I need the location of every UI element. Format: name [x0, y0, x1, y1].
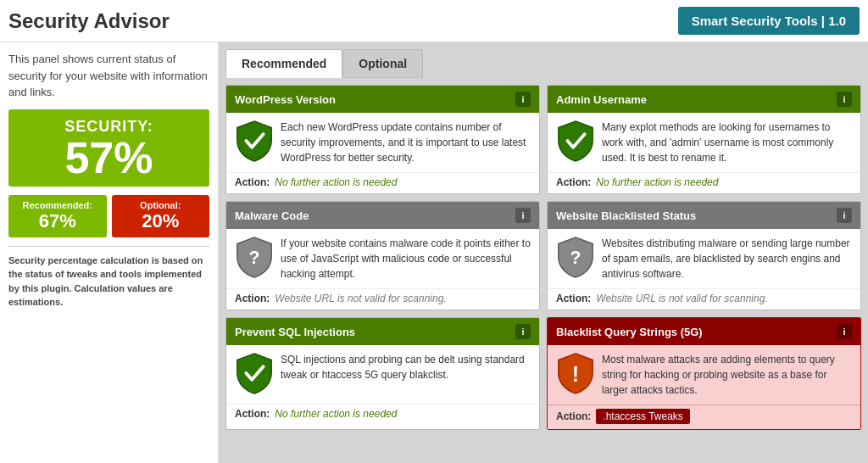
card-body-admin-username: Many explot methods are looking for user… — [548, 113, 860, 172]
security-sub-scores: Recommended: 67% Optional: 20% — [8, 195, 209, 237]
action-label-0: Action: — [235, 176, 270, 188]
smart-security-button[interactable]: Smart Security Tools | 1.0 — [678, 7, 860, 35]
card-body-website-blacklisted: ? Websites distributing malware or sendi… — [548, 229, 860, 288]
action-label-4: Action: — [235, 408, 270, 420]
optional-value: 20% — [115, 210, 207, 232]
action-label-3: Action: — [556, 293, 591, 304]
page-title: Security Advisor — [8, 9, 170, 33]
card-header-wordpress-version: WordPress Version i — [226, 86, 539, 113]
action-value-1: No further action is needed — [596, 176, 718, 188]
card-footer-prevent-sql: Action: No further action is needed — [226, 404, 539, 425]
card-malware-code: Malware Code i ? If your website contain… — [225, 201, 540, 310]
card-header-website-blacklisted: Website Blacklisted Status i — [548, 202, 860, 229]
card-text-website-blacklisted: Websites distributing malware or sending… — [602, 236, 852, 282]
info-icon-malware-code[interactable]: i — [515, 208, 531, 223]
info-icon-wordpress-version[interactable]: i — [515, 92, 531, 107]
card-body-wordpress-version: Each new WordPress update contains numbe… — [226, 113, 539, 172]
tab-recommended[interactable]: Recommended — [225, 49, 342, 78]
card-admin-username: Admin Username i Many explot methods are… — [547, 85, 861, 194]
card-footer-malware-code: Action: Website URL is not valid for sca… — [226, 288, 539, 310]
card-title-prevent-sql: Prevent SQL Injections — [235, 326, 355, 338]
shield-icon-website-blacklisted: ? — [556, 236, 595, 282]
action-value-3: Website URL is not valid for scanning. — [596, 293, 767, 304]
info-icon-blacklist-query[interactable]: i — [837, 324, 852, 339]
svg-text:?: ? — [249, 248, 260, 267]
security-percent: 57% — [15, 136, 203, 180]
recommended-label: Recommended: — [12, 200, 103, 210]
card-blacklist-query: Blacklist Query Strings (5G) i ! Most ma… — [547, 317, 861, 430]
card-footer-website-blacklisted: Action: Website URL is not valid for sca… — [548, 288, 860, 310]
card-body-prevent-sql: SQL injections and probing can be delt u… — [226, 345, 539, 404]
card-footer-admin-username: Action: No further action is needed — [548, 172, 860, 193]
card-header-malware-code: Malware Code i — [226, 202, 539, 229]
shield-icon-admin-username — [556, 120, 595, 165]
card-text-wordpress-version: Each new WordPress update contains numbe… — [281, 120, 531, 165]
card-header-admin-username: Admin Username i — [548, 86, 860, 113]
main-content: Recommended Optional WordPress Version i — [219, 42, 868, 463]
action-value-2: Website URL is not valid for scanning. — [275, 293, 446, 304]
card-title-wordpress-version: WordPress Version — [235, 93, 336, 106]
card-footer-wordpress-version: Action: No further action is needed — [226, 172, 539, 193]
info-icon-website-blacklisted[interactable]: i — [837, 208, 852, 223]
card-header-prevent-sql: Prevent SQL Injections i — [226, 318, 539, 345]
card-footer-blacklist-query: Action: .htaccess Tweaks — [548, 404, 860, 429]
recommended-value: 67% — [12, 210, 103, 232]
action-label-2: Action: — [235, 293, 270, 304]
sidebar-description: This panel shows current status of secur… — [8, 51, 209, 101]
optional-score: Optional: 20% — [112, 195, 210, 237]
card-title-admin-username: Admin Username — [556, 93, 647, 106]
shield-icon-prevent-sql — [235, 352, 274, 397]
card-body-blacklist-query: ! Most malware attacks are adding elemen… — [548, 345, 860, 404]
action-value-0: No further action is needed — [275, 176, 397, 188]
cards-grid: WordPress Version i Each new WordPress u… — [225, 85, 861, 430]
info-icon-prevent-sql[interactable]: i — [515, 324, 531, 339]
action-label-5: Action: — [556, 410, 591, 422]
card-text-blacklist-query: Most malware attacks are adding elements… — [602, 352, 852, 398]
card-text-prevent-sql: SQL injections and probing can be delt u… — [281, 352, 531, 397]
card-website-blacklisted: Website Blacklisted Status i ? Websites … — [547, 201, 861, 310]
svg-text:?: ? — [570, 248, 581, 267]
recommended-score: Recommended: 67% — [8, 195, 107, 237]
shield-icon-wordpress-version — [235, 120, 274, 165]
action-value-4: No further action is needed — [275, 408, 397, 420]
shield-icon-blacklist-query: ! — [556, 352, 595, 398]
info-icon-admin-username[interactable]: i — [837, 92, 852, 107]
card-prevent-sql: Prevent SQL Injections i SQL injections … — [225, 317, 540, 430]
card-title-malware-code: Malware Code — [235, 209, 309, 222]
card-title-website-blacklisted: Website Blacklisted Status — [556, 209, 696, 222]
sidebar-note: Security percentage calculation is based… — [8, 246, 209, 310]
card-title-blacklist-query: Blacklist Query Strings (5G) — [556, 326, 703, 338]
card-header-blacklist-query: Blacklist Query Strings (5G) i — [548, 318, 860, 345]
optional-label: Optional: — [115, 200, 207, 210]
security-score-box: SECURITY: 57% — [8, 109, 209, 187]
shield-icon-malware-code: ? — [235, 236, 274, 282]
tab-optional[interactable]: Optional — [342, 49, 423, 78]
tab-bar: Recommended Optional — [225, 49, 861, 78]
card-body-malware-code: ? If your website contains malware code … — [226, 229, 539, 288]
card-wordpress-version: WordPress Version i Each new WordPress u… — [225, 85, 540, 194]
svg-text:!: ! — [572, 362, 579, 386]
card-text-malware-code: If your website contains malware code it… — [281, 236, 531, 282]
card-text-admin-username: Many explot methods are looking for user… — [602, 120, 852, 165]
action-label-1: Action: — [556, 176, 591, 188]
action-button-blacklist-query[interactable]: .htaccess Tweaks — [596, 409, 690, 424]
